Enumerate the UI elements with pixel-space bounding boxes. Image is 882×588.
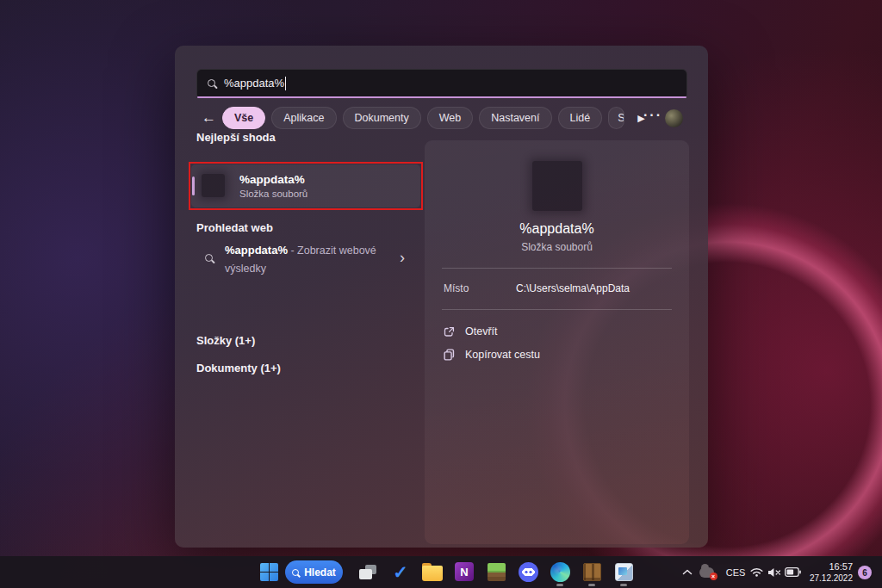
best-match-title: %appdata% (239, 173, 305, 186)
tray-time: 16:57 (829, 560, 853, 573)
edge-button[interactable] (550, 561, 570, 582)
open-external-icon (444, 326, 455, 337)
file-explorer-button[interactable] (422, 561, 443, 582)
location-value: C:\Users\selma\AppData (516, 282, 630, 294)
taskbar: Hledat ✓ N × CES (0, 556, 882, 588)
tab-documents[interactable]: Dokumenty (343, 107, 421, 129)
volume-muted-icon (767, 567, 781, 578)
battery-icon (785, 567, 801, 577)
filter-pills: Vše Aplikace Dokumenty Web Nastavení Lid… (222, 107, 645, 129)
tray-date: 27.12.2022 (810, 573, 853, 584)
windows-logo-icon (260, 563, 278, 581)
user-avatar[interactable] (665, 109, 683, 127)
tab-web[interactable]: Web (427, 107, 473, 129)
error-badge: × (710, 573, 717, 580)
back-arrow-icon[interactable]: ← (202, 109, 216, 127)
running-indicator (588, 584, 595, 586)
language-indicator[interactable]: CES (724, 556, 748, 588)
chevron-up-icon (682, 569, 693, 575)
search-query-text: %appdata% (224, 77, 284, 90)
battery-button[interactable] (783, 556, 802, 588)
minecraft-grass-block-icon (488, 563, 506, 581)
tab-settings[interactable]: Nastavení (479, 107, 551, 129)
copy-path-action[interactable]: Kopírovat cestu (444, 346, 540, 363)
preview-subtitle: Složka souborů (425, 241, 689, 253)
best-match-subtitle: Složka souborů (239, 189, 307, 199)
clock[interactable]: 16:57 27.12.2022 (804, 556, 853, 588)
folder-preview-icon (532, 161, 582, 211)
copy-path-label: Kopírovat cestu (465, 349, 540, 361)
paint-app-button[interactable] (613, 561, 634, 582)
desktop-wallpaper: %appdata% ← Vše Aplikace Dokumenty Web N… (0, 0, 882, 588)
folder-icon (202, 174, 225, 197)
todo-app-button[interactable]: ✓ (390, 561, 411, 582)
tab-all[interactable]: Vše (222, 107, 265, 129)
wifi-button[interactable] (748, 556, 764, 588)
search-input[interactable]: %appdata% (196, 69, 687, 96)
task-view-button[interactable] (357, 561, 378, 582)
tray-overflow-button[interactable] (680, 556, 694, 588)
running-indicator (556, 584, 563, 586)
tab-people[interactable]: Lidé (558, 107, 603, 129)
notification-count-badge[interactable]: 6 (858, 566, 872, 579)
results-column: Nejlepší shoda %appdata% Složka souborů … (175, 131, 425, 548)
divider (442, 309, 672, 310)
text-caret (285, 77, 286, 90)
more-options-icon[interactable]: ··· (643, 108, 662, 123)
web-result-text: %appdata% - Zobrazit webové výsledky (225, 242, 402, 277)
task-view-icon (359, 565, 376, 579)
tray-app-status-button[interactable]: × (698, 556, 715, 588)
tab-apps[interactable]: Aplikace (271, 107, 336, 129)
best-match-heading: Nejlepší shoda (196, 131, 276, 144)
group-folders-heading[interactable]: Složky (1+) (196, 334, 255, 347)
wifi-icon (750, 567, 763, 577)
open-action[interactable]: Otevřít (444, 323, 498, 340)
preview-title: %appdata% (425, 221, 689, 237)
open-action-label: Otevřít (465, 325, 498, 337)
search-web-heading: Prohledat web (196, 221, 273, 234)
onenote-icon: N (455, 562, 474, 581)
web-result-query: %appdata% (225, 244, 288, 257)
paint-icon (615, 563, 633, 581)
cloud-sync-icon: × (699, 567, 714, 578)
discord-icon (519, 562, 538, 582)
chevron-right-icon[interactable]: › (400, 249, 405, 267)
minecraft-crafting-table-icon (583, 563, 601, 581)
onenote-button[interactable]: N (454, 561, 475, 582)
start-button[interactable] (258, 561, 279, 582)
tab-clipped[interactable]: S (608, 107, 624, 129)
preview-pane: %appdata% Složka souborů Místo C:\Users\… (425, 140, 689, 544)
search-flyout: %appdata% ← Vše Aplikace Dokumenty Web N… (175, 46, 708, 548)
minecraft-launcher-button[interactable] (486, 561, 506, 582)
volume-button[interactable] (766, 556, 782, 588)
best-match-result[interactable]: %appdata% Složka souborů (191, 164, 420, 207)
selection-indicator (192, 176, 195, 195)
group-documents-heading[interactable]: Dokumenty (1+) (196, 362, 281, 374)
location-label: Místo (444, 282, 469, 294)
folder-icon (422, 566, 443, 581)
taskbar-search-button[interactable]: Hledat (285, 560, 343, 584)
discord-button[interactable] (518, 561, 538, 582)
running-indicator (620, 584, 627, 586)
divider (442, 268, 672, 269)
search-icon (292, 569, 299, 576)
check-icon: ✓ (393, 563, 408, 581)
taskbar-search-label: Hledat (304, 566, 336, 579)
minecraft-button[interactable] (581, 561, 602, 582)
search-icon (205, 254, 213, 262)
filter-tabs-row: ← Vše Aplikace Dokumenty Web Nastavení L… (175, 107, 708, 131)
search-icon (208, 79, 215, 87)
copy-icon (444, 349, 455, 361)
edge-icon (550, 562, 570, 582)
web-search-result[interactable]: %appdata% - Zobrazit webové výsledky › (191, 240, 420, 280)
